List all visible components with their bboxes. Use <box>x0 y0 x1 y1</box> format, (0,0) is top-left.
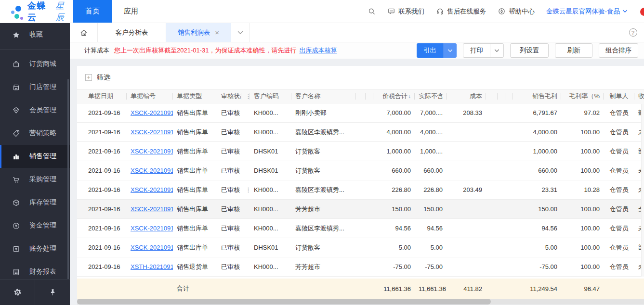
cell: 已审核 <box>217 263 241 271</box>
tab-sales-profit[interactable]: 销售利润表 × <box>166 23 231 42</box>
sidebar-item-4[interactable]: 营销策略 <box>0 122 70 145</box>
tab-customer-analysis[interactable]: 客户分析表 <box>98 23 166 42</box>
table-row[interactable]: 2021-09-16XSCK-20210916销售出库单已审核DHSK01订货散… <box>77 161 644 180</box>
column-header-18[interactable]: 制单人 <box>604 89 634 103</box>
nav-item-apps[interactable]: 应用 <box>112 0 150 23</box>
bill-number-link[interactable]: XSCK-20210916 <box>131 128 173 136</box>
sidebar-item-8[interactable]: 资金管理 <box>0 214 70 237</box>
contact-us-link[interactable]: 联系我们 <box>387 7 424 16</box>
column-header-0[interactable]: 单据日期 <box>84 89 127 103</box>
cell: -75.00 <box>513 263 561 270</box>
column-header-13[interactable] <box>486 89 498 103</box>
cell: 100.00 <box>561 244 604 251</box>
table-row[interactable]: 2021-09-16XSCK-20210916销售出库单已审核DHSK01订货散… <box>77 142 644 161</box>
cell: 150.00 <box>415 205 447 213</box>
column-header-4[interactable]: ⋮ <box>241 89 250 103</box>
home-tab-button[interactable] <box>70 23 98 42</box>
sidebar-item-6[interactable]: 采购管理 <box>0 168 70 191</box>
cost-accounting-link[interactable]: 出库成本核算 <box>300 46 337 55</box>
export-dropdown-button[interactable] <box>443 43 457 58</box>
combo-sort-button[interactable]: 组合排序 <box>599 43 638 58</box>
sidebar-item-5[interactable]: 销售管理 <box>0 145 70 168</box>
column-header-1[interactable]: 单据编号 <box>127 89 173 103</box>
bill-number-link[interactable]: XSCK-20210916 <box>131 109 173 116</box>
sidebar-bottom-bar <box>0 279 70 305</box>
cell: 6,791.67 <box>513 109 561 116</box>
brand-logo[interactable]: 金蝶云 星辰 <box>0 0 73 23</box>
pin-button[interactable] <box>35 280 70 305</box>
cell: 已审核 <box>217 243 241 252</box>
notification-badge[interactable] <box>640 8 644 16</box>
sidebar-item-1[interactable]: 订货商城 <box>0 52 70 76</box>
nav-item-home[interactable]: 首页 <box>73 0 112 23</box>
bill-number-link[interactable]: XSTH-20210916 <box>131 263 173 270</box>
export-split-button[interactable]: 引出 <box>417 43 457 58</box>
vertical-scrollbar[interactable] <box>641 104 644 277</box>
column-header-2[interactable]: 单据类型 <box>173 89 217 103</box>
column-header-14[interactable] <box>498 89 505 103</box>
sidebar-item-0[interactable]: 收藏 <box>0 23 70 46</box>
column-header-16[interactable]: 销售毛利 <box>513 89 561 103</box>
sidebar-item-label: 订货商城 <box>29 60 56 68</box>
column-header-19[interactable]: 收款状态 <box>634 89 644 103</box>
column-header-9[interactable] <box>366 89 373 103</box>
sidebar-item-9[interactable]: 账务处理 <box>0 237 70 260</box>
sidebar-item-3[interactable]: 会员管理 <box>0 99 70 122</box>
account-menu[interactable]: 金蝶云星辰官网体验-食品 <box>546 7 628 16</box>
horizontal-scrollbar-thumb[interactable] <box>77 299 491 305</box>
search-button[interactable] <box>368 7 376 15</box>
column-header-5[interactable]: 客户编码 <box>250 89 291 103</box>
cell: XSCK-20210916 <box>127 225 173 232</box>
table-row[interactable]: 2021-09-16XSCK-20210916销售出库单已审核KH000...刚… <box>77 103 644 123</box>
help-center-link[interactable]: 帮助中心 <box>498 7 535 16</box>
bag-icon <box>12 60 20 68</box>
table-header-row: 单据日期单据编号单据类型审核状态⋮客户编码客户名称价税合计↓实际不含成本销售毛利… <box>77 89 644 103</box>
sidebar-item-label: 营销策略 <box>29 129 56 138</box>
print-button[interactable]: 打印 <box>463 44 490 57</box>
total-cell: 11,661.36 <box>373 285 415 292</box>
table-row[interactable]: 2021-09-16XSCK-20210916销售出库单已审核KH000...芳… <box>77 200 644 219</box>
table-row[interactable]: 2021-09-16XSCK-20210916销售出库单已审核KH000...嘉… <box>77 123 644 142</box>
sidebar-item-2[interactable]: 门店管理 <box>0 76 70 99</box>
after-sales-service-link[interactable]: 售后在线服务 <box>436 7 486 16</box>
cell: XSCK-20210916 <box>127 109 173 116</box>
bill-number-link[interactable]: XSCK-20210916 <box>131 186 173 193</box>
cell: 203.49 <box>447 186 486 193</box>
cell: -75.00 <box>415 263 447 270</box>
column-header-3[interactable]: 审核状态 <box>217 89 241 103</box>
table-row[interactable]: 2021-09-16XSCK-20210916销售出库单已审核⋮KH000...… <box>77 180 644 200</box>
column-header-11[interactable]: 实际不含 <box>415 89 447 103</box>
filter-row: + 筛选 <box>77 66 644 89</box>
column-header-8[interactable] <box>356 89 366 103</box>
table-row[interactable]: 2021-09-16XSTH-20210916销售退货单已审核KH000...芳… <box>77 257 644 277</box>
column-header-17[interactable]: 毛利率（% <box>561 89 604 103</box>
cell: 660.00 <box>415 167 447 174</box>
print-dropdown-button[interactable] <box>490 49 503 52</box>
refresh-button[interactable]: 刷新 <box>555 43 592 58</box>
close-tab-icon[interactable]: × <box>215 29 219 36</box>
bill-number-link[interactable]: XSCK-20210916 <box>131 167 173 174</box>
sidebar-item-7[interactable]: 库存管理 <box>0 191 70 214</box>
expand-filter-icon[interactable]: + <box>85 74 92 81</box>
bill-number-link[interactable]: XSCK-20210916 <box>131 148 173 155</box>
cell: XSCK-20210916 <box>127 186 173 193</box>
column-header-15[interactable] <box>505 89 513 103</box>
bill-number-link[interactable]: XSCK-20210916 <box>131 225 173 232</box>
column-settings-button[interactable]: 列设置 <box>510 43 549 58</box>
tab-list-dropdown[interactable] <box>231 23 250 42</box>
export-button[interactable]: 引出 <box>417 43 443 58</box>
column-header-12[interactable]: 成本 <box>447 89 486 103</box>
table-row[interactable]: 2021-09-16XSCK-20210916销售出库单已审核DHSK01订货散… <box>77 238 644 257</box>
column-header-10[interactable]: 价税合计↓ <box>373 89 415 103</box>
sidebar-scrollbar[interactable] <box>67 79 69 290</box>
settings-button[interactable] <box>0 280 35 305</box>
column-header-7[interactable] <box>348 89 356 103</box>
print-split-button[interactable]: 打印 <box>463 43 504 58</box>
column-header-6[interactable]: 客户名称 <box>291 89 348 103</box>
bill-number-link[interactable]: XSCK-20210916 <box>131 244 173 251</box>
horizontal-scrollbar[interactable] <box>77 299 644 305</box>
page-help-button[interactable]: ? <box>622 23 644 42</box>
bill-number-link[interactable]: XSCK-20210916 <box>131 205 173 213</box>
star-icon <box>12 31 20 39</box>
table-row[interactable]: 2021-09-16XSCK-20210916销售出库单已审核KH000...嘉… <box>77 219 644 238</box>
